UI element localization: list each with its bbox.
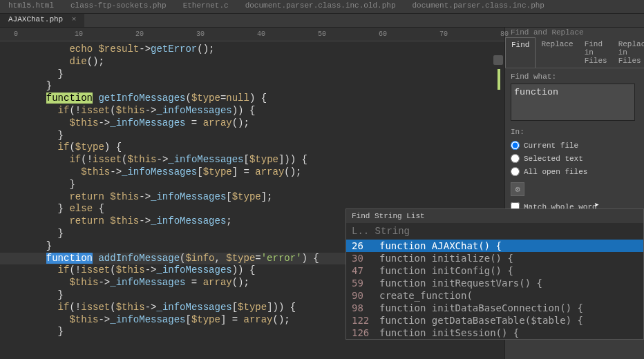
result-text: function AJAXChat() {: [379, 240, 502, 251]
scrollbar-thumb[interactable]: [493, 55, 503, 65]
line-number: 90: [352, 290, 379, 301]
token: (!: [69, 105, 81, 116]
code-line[interactable]: return $this->_infoMessages[$type];: [35, 191, 504, 204]
token: getInfoMessages: [98, 93, 185, 104]
line-number: 98: [352, 302, 379, 313]
token: _infoMessages: [156, 105, 231, 116]
token: $type: [238, 302, 267, 313]
token: {: [93, 203, 104, 214]
radio-all-open[interactable]: All open files: [505, 165, 644, 178]
token: if: [58, 105, 70, 116]
token: ) {: [249, 93, 267, 104]
token: $type: [232, 191, 261, 202]
tab-replace[interactable]: Replace: [536, 37, 578, 68]
token: array: [244, 314, 273, 325]
code-line[interactable]: $this->_infoMessages[$type] = array();: [35, 166, 504, 179]
token: if: [58, 142, 70, 153]
find-result-row[interactable]: 47 function initConfig() {: [346, 264, 643, 277]
find-result-row[interactable]: 122 function getDataBaseTable($table) {: [346, 314, 643, 327]
ruler-mark: 10: [75, 30, 83, 38]
find-result-row[interactable]: 90 create_function(: [346, 289, 643, 302]
token: isset: [93, 154, 122, 165]
find-result-row[interactable]: 59 function initRequestVars() {: [346, 277, 643, 289]
token: ;: [226, 215, 231, 226]
code-line[interactable]: }: [35, 80, 504, 93]
find-result-row[interactable]: 126 function initSession() {: [346, 327, 643, 339]
code-line[interactable]: }: [35, 179, 504, 191]
token: return: [69, 191, 110, 202]
token: (: [185, 93, 191, 104]
tab-ftp[interactable]: class-ftp-sockets.php: [62, 0, 175, 13]
token: $type: [191, 93, 220, 104]
token: ->: [145, 302, 157, 313]
tab-html5[interactable]: html5.html: [0, 0, 62, 13]
token: _infoMessages: [151, 191, 226, 202]
close-icon[interactable]: ×: [72, 15, 77, 23]
code-line[interactable]: if(!isset($this->_infoMessages[$type])) …: [35, 154, 504, 166]
token: (!: [81, 154, 93, 165]
tab-parser-old[interactable]: document.parser.class.inc.old.php: [237, 0, 404, 13]
token: _infoMessages: [110, 314, 185, 325]
ruler-mark: 70: [439, 30, 448, 38]
token: ->: [139, 215, 151, 226]
token: ->: [145, 264, 157, 275]
token: ->: [110, 166, 122, 177]
token: ->: [156, 154, 168, 165]
token: $this: [69, 277, 98, 288]
tab-replace-in-files[interactable]: Replace in Files: [613, 37, 644, 68]
code-line[interactable]: $this->_infoMessages = array();: [35, 117, 504, 130]
radio-current-file[interactable]: Current file: [505, 139, 644, 152]
token: echo: [69, 43, 98, 55]
tab-ethernet[interactable]: Ethernet.c: [175, 0, 237, 13]
find-result-row[interactable]: 98 function initDataBaseConnection() {: [346, 302, 643, 314]
code-line[interactable]: echo $result->getError();: [35, 43, 504, 56]
line-number: 30: [352, 253, 379, 264]
result-text: function getDataBaseTable($table) {: [379, 315, 583, 326]
code-line[interactable]: }: [35, 130, 504, 142]
token: ];: [261, 191, 273, 202]
token: (: [110, 105, 115, 116]
token: null: [226, 93, 249, 104]
code-line[interactable]: }: [35, 68, 504, 81]
radio-label: All open files: [524, 168, 587, 176]
find-result-row[interactable]: 26 function AJAXChat() {: [346, 240, 643, 252]
token: =: [185, 117, 202, 128]
token: [: [244, 154, 249, 165]
token: array: [203, 277, 232, 288]
tab-find[interactable]: Find: [505, 37, 536, 68]
in-label: In:: [505, 125, 644, 139]
code-line[interactable]: if($type) {: [35, 142, 504, 154]
radio-label: Selected text: [524, 155, 583, 163]
token: _infoMessages: [110, 277, 185, 288]
token: ] =: [232, 166, 256, 177]
token: )) {: [232, 105, 256, 116]
tab-find-in-files[interactable]: Find in Files: [579, 37, 613, 68]
radio-selected-text[interactable]: Selected text: [505, 152, 644, 165]
token: $result: [98, 43, 139, 55]
token: $this: [110, 191, 139, 202]
tab-parser[interactable]: document.parser.class.inc.php: [404, 0, 553, 13]
result-text: create_function(: [379, 290, 473, 301]
find-input[interactable]: function: [511, 84, 635, 121]
result-text: function initRequestVars() {: [379, 278, 542, 289]
tab-ajaxchat[interactable]: AJAXChat.php ×: [0, 14, 84, 27]
token: ();: [232, 277, 249, 288]
find-result-row[interactable]: 30 function initialize() {: [346, 252, 643, 264]
code-line[interactable]: if(!isset($this->_infoMessages)) {: [35, 105, 504, 117]
token: }: [58, 203, 70, 214]
token: $this: [116, 302, 145, 313]
ruler-mark: 80: [500, 30, 509, 38]
gear-icon[interactable]: ⚙: [511, 182, 524, 196]
token: $type: [191, 314, 220, 325]
result-text: function initSession() {: [379, 327, 519, 338]
token: [: [232, 302, 238, 313]
code-line[interactable]: function getInfoMessages($type=null) {: [35, 93, 504, 105]
token: $type: [226, 253, 255, 264]
token: $this: [69, 314, 98, 325]
code-line[interactable]: die();: [35, 56, 504, 68]
token: _infoMessages: [110, 117, 185, 128]
token: $type: [203, 166, 232, 177]
token: if: [58, 302, 70, 313]
token: $this: [116, 105, 145, 116]
token: [: [226, 191, 231, 202]
